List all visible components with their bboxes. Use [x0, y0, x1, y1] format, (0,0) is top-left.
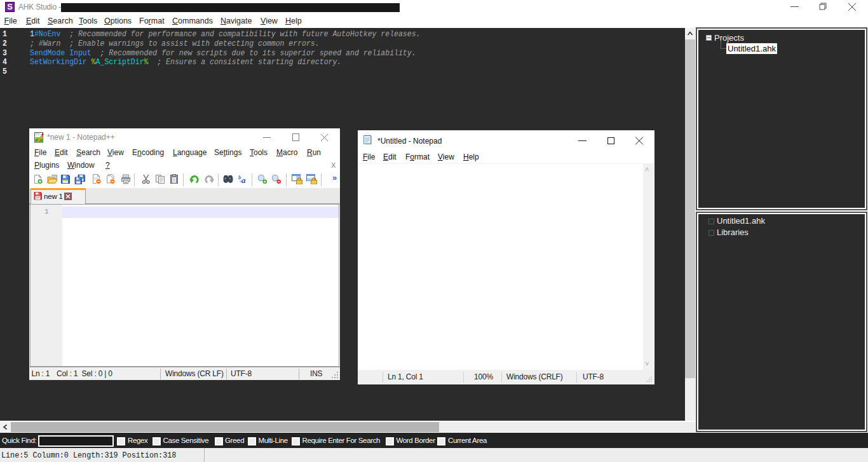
svg-text:a: a: [241, 175, 246, 184]
